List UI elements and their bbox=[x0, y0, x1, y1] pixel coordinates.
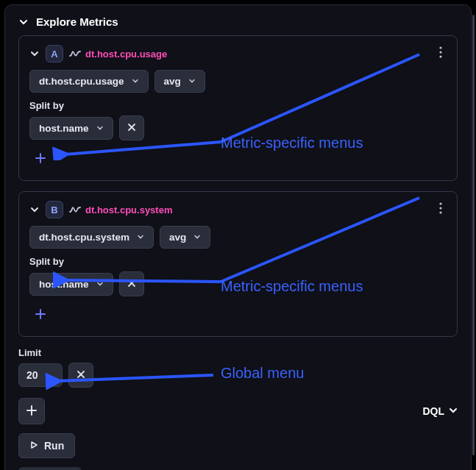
metric-card: A dt.host.cpu.usage dt.host.cpu.usage av… bbox=[18, 35, 458, 181]
chevron-down-icon bbox=[449, 405, 458, 417]
metric-letter-badge: B bbox=[46, 201, 63, 218]
split-by-value: host.name bbox=[39, 279, 89, 290]
add-metric-option-button[interactable] bbox=[29, 148, 51, 170]
limit-label: Limit bbox=[18, 347, 458, 358]
dql-label: DQL bbox=[422, 405, 444, 417]
chevron-down-icon bbox=[96, 279, 104, 290]
dql-toggle[interactable]: DQL bbox=[422, 405, 458, 417]
split-by-label: Split by bbox=[29, 100, 447, 111]
svg-point-3 bbox=[439, 202, 441, 204]
split-by-label: Split by bbox=[29, 256, 447, 267]
chevron-down-icon bbox=[193, 232, 201, 243]
svg-point-1 bbox=[439, 51, 441, 53]
status-row: 20 records Executed at: 1/10/2025, 14:25… bbox=[18, 467, 458, 470]
svg-point-4 bbox=[439, 207, 441, 209]
collapse-metric-chevron-icon[interactable] bbox=[29, 204, 40, 215]
svg-point-5 bbox=[439, 211, 441, 213]
metric-selector-dropdown[interactable]: dt.host.cpu.usage bbox=[29, 70, 149, 93]
clear-split-button[interactable] bbox=[119, 271, 144, 296]
metric-selector-value: dt.host.cpu.system bbox=[39, 232, 129, 243]
add-section-button[interactable] bbox=[18, 398, 45, 424]
aggregation-dropdown[interactable]: avg bbox=[154, 70, 205, 93]
run-button[interactable]: Run bbox=[18, 433, 75, 458]
add-metric-option-button[interactable] bbox=[29, 304, 51, 326]
metric-name-text: dt.host.cpu.system bbox=[85, 204, 172, 216]
signal-icon bbox=[69, 204, 81, 215]
panel-header: Explore Metrics bbox=[18, 15, 458, 28]
records-chip: 20 records bbox=[18, 467, 82, 470]
scrollbar[interactable] bbox=[472, 15, 475, 455]
svg-point-0 bbox=[439, 46, 441, 49]
split-by-value: host.name bbox=[39, 123, 89, 134]
limit-input[interactable] bbox=[18, 363, 63, 387]
signal-icon bbox=[69, 49, 81, 59]
collapse-metric-chevron-icon[interactable] bbox=[29, 49, 40, 59]
svg-point-2 bbox=[439, 55, 441, 57]
panel-title: Explore Metrics bbox=[36, 15, 118, 28]
play-icon bbox=[29, 440, 38, 452]
chevron-down-icon bbox=[132, 76, 139, 87]
aggregation-value: avg bbox=[164, 76, 181, 87]
run-label: Run bbox=[44, 440, 64, 452]
aggregation-value: avg bbox=[169, 232, 186, 243]
close-icon bbox=[127, 123, 136, 134]
chevron-down-icon bbox=[137, 232, 144, 243]
metric-menu-button[interactable] bbox=[432, 43, 450, 61]
clear-limit-button[interactable] bbox=[68, 363, 93, 388]
metric-menu-button[interactable] bbox=[432, 199, 450, 217]
metric-selector-value: dt.host.cpu.usage bbox=[39, 76, 124, 87]
chevron-down-icon bbox=[96, 123, 104, 134]
metric-name-chip[interactable]: dt.host.cpu.usage bbox=[69, 49, 167, 60]
metric-card: B dt.host.cpu.system dt.host.cpu.system … bbox=[18, 191, 458, 337]
explore-metrics-panel: Explore Metrics A dt.host.cpu.usage dt.h… bbox=[4, 4, 472, 470]
metric-selector-dropdown[interactable]: dt.host.cpu.system bbox=[29, 226, 154, 249]
chevron-down-icon bbox=[188, 76, 196, 87]
metric-name-text: dt.host.cpu.usage bbox=[85, 49, 167, 60]
clear-split-button[interactable] bbox=[119, 115, 144, 140]
plus-icon bbox=[35, 152, 46, 166]
plus-icon bbox=[35, 308, 46, 322]
metric-letter-badge: A bbox=[46, 45, 63, 63]
collapse-panel-chevron-icon[interactable] bbox=[18, 17, 29, 27]
aggregation-dropdown[interactable]: avg bbox=[160, 226, 210, 249]
split-by-dropdown[interactable]: host.name bbox=[29, 117, 113, 140]
close-icon bbox=[127, 279, 136, 290]
plus-icon bbox=[26, 405, 37, 418]
metric-name-chip[interactable]: dt.host.cpu.system bbox=[69, 204, 172, 216]
close-icon bbox=[77, 370, 85, 381]
split-by-dropdown[interactable]: host.name bbox=[29, 273, 113, 296]
